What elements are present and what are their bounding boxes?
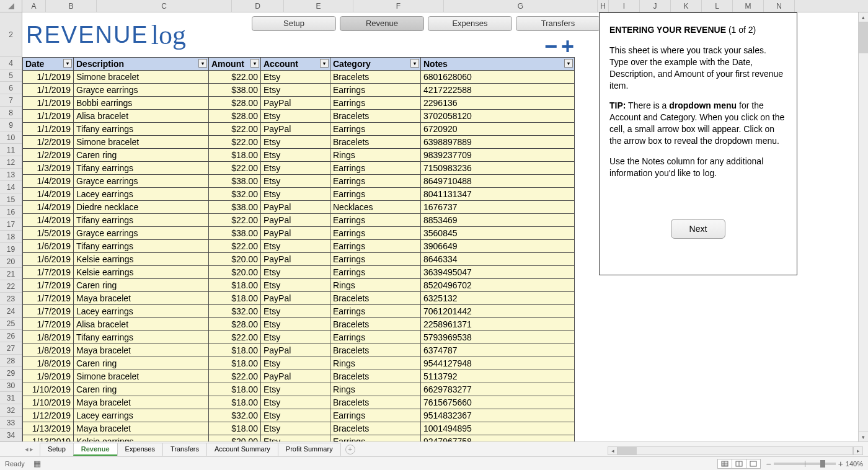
cell[interactable]: Etsy [261, 149, 330, 162]
cell[interactable]: $32.00 [209, 305, 261, 318]
scroll-down-button[interactable]: ▾ [859, 432, 868, 441]
cell[interactable]: Bracelets [330, 292, 421, 305]
col-header-J[interactable]: J [640, 0, 671, 12]
cell[interactable]: Bracelets [330, 396, 421, 409]
cell[interactable]: $18.00 [209, 383, 261, 396]
cell[interactable]: 6629783277 [421, 383, 575, 396]
vertical-scrollbar[interactable]: ▴ ▾ [858, 12, 868, 441]
cell[interactable]: 3560845 [421, 227, 575, 240]
cell[interactable]: 3639495047 [421, 266, 575, 279]
cell[interactable]: 6398897889 [421, 136, 575, 149]
nav-button-revenue[interactable]: Revenue [340, 16, 424, 31]
cell[interactable]: Etsy [261, 357, 330, 370]
cell[interactable]: PayPal [261, 123, 330, 136]
cell[interactable]: $22.00 [209, 331, 261, 344]
row-header-22[interactable]: 22 [0, 280, 22, 293]
cell[interactable]: 1/5/2019 [23, 227, 74, 240]
cell[interactable]: 1/1/2019 [23, 71, 74, 84]
sheet-tab-transfers[interactable]: Transfers [162, 443, 207, 456]
cell[interactable]: Earrings [330, 331, 421, 344]
remove-row-button[interactable]: − [544, 37, 557, 56]
cell[interactable]: Bracelets [330, 71, 421, 84]
normal-view-button[interactable] [717, 459, 732, 469]
cell[interactable]: 1/6/2019 [23, 253, 74, 266]
cell[interactable]: Etsy [261, 71, 330, 84]
row-header-27[interactable]: 27 [0, 342, 22, 355]
cell[interactable]: 1/7/2019 [23, 266, 74, 279]
cell[interactable]: 1/8/2019 [23, 344, 74, 357]
row-header-18[interactable]: 18 [0, 231, 22, 243]
row-header-5[interactable]: 5 [0, 69, 22, 82]
cell[interactable]: Earrings [330, 84, 421, 97]
zoom-in-button[interactable]: + [838, 459, 843, 469]
cell[interactable]: 2296136 [421, 97, 575, 110]
row-header-10[interactable]: 10 [0, 131, 22, 144]
cell[interactable]: PayPal [261, 253, 330, 266]
cell[interactable]: $38.00 [209, 84, 261, 97]
col-header-D[interactable]: D [232, 0, 284, 12]
cell[interactable]: Earrings [330, 162, 421, 175]
cell[interactable]: Earrings [330, 214, 421, 227]
cell[interactable]: 1/7/2019 [23, 279, 74, 292]
cell[interactable]: 7150983236 [421, 162, 575, 175]
cell[interactable]: 8041131347 [421, 188, 575, 201]
cell[interactable]: Maya bracelet [74, 292, 209, 305]
cell[interactable]: $38.00 [209, 175, 261, 188]
cell[interactable]: $22.00 [209, 370, 261, 383]
row-header-33[interactable]: 33 [0, 417, 22, 429]
cell[interactable]: 1676737 [421, 201, 575, 214]
cell[interactable]: 1/1/2019 [23, 110, 74, 123]
cell[interactable]: Earrings [330, 188, 421, 201]
cell[interactable]: 1/13/2019 [23, 422, 74, 435]
row-header-19[interactable]: 19 [0, 243, 22, 255]
sheet-tab-profit-summary[interactable]: Profit Summary [278, 443, 341, 456]
col-header-G[interactable]: G [444, 0, 598, 12]
zoom-slider[interactable] [774, 463, 836, 465]
cell[interactable]: Rings [330, 149, 421, 162]
cell[interactable]: 7061201442 [421, 305, 575, 318]
cell[interactable]: 1/4/2019 [23, 214, 74, 227]
cell[interactable]: 1/4/2019 [23, 201, 74, 214]
cell[interactable]: Etsy [261, 279, 330, 292]
col-header-C[interactable]: C [97, 0, 232, 12]
col-header-F[interactable]: F [353, 0, 444, 12]
cell[interactable]: $20.00 [209, 435, 261, 442]
cell[interactable]: Kelsie earrings [74, 266, 209, 279]
add-row-button[interactable]: + [561, 37, 574, 56]
cell[interactable]: Bracelets [330, 422, 421, 435]
scroll-up-button[interactable]: ▴ [859, 12, 868, 22]
col-header-notes[interactable]: Notes▾ [421, 58, 575, 71]
cell[interactable]: 1/3/2019 [23, 162, 74, 175]
page-layout-view-button[interactable] [732, 459, 746, 469]
cell[interactable]: 1/12/2019 [23, 409, 74, 422]
row-header-16[interactable]: 16 [0, 206, 22, 218]
cell[interactable]: 1/7/2019 [23, 318, 74, 331]
sheet-tab-expenses[interactable]: Expenses [117, 443, 163, 456]
cell[interactable]: PayPal [261, 292, 330, 305]
col-header-date[interactable]: Date▾ [23, 58, 74, 71]
cell[interactable]: Caren ring [74, 149, 209, 162]
tab-nav-arrows[interactable]: ◂▸ [25, 445, 33, 453]
cell[interactable]: PayPal [261, 201, 330, 214]
cell[interactable]: Tifany earrings [74, 214, 209, 227]
col-header-B[interactable]: B [46, 0, 97, 12]
cell[interactable]: 1/10/2019 [23, 396, 74, 409]
row-header-29[interactable]: 29 [0, 367, 22, 379]
cell[interactable]: $38.00 [209, 227, 261, 240]
nav-button-setup[interactable]: Setup [252, 16, 336, 31]
cell[interactable]: Bracelets [330, 318, 421, 331]
cell[interactable]: Earrings [330, 240, 421, 253]
cell[interactable]: Earrings [330, 97, 421, 110]
row-header-26[interactable]: 26 [0, 330, 22, 342]
cell[interactable]: Etsy [261, 188, 330, 201]
cell[interactable]: Simone bracelet [74, 71, 209, 84]
cell[interactable]: Etsy [261, 331, 330, 344]
cell[interactable]: 6720920 [421, 123, 575, 136]
cell[interactable]: $18.00 [209, 344, 261, 357]
col-header-A[interactable]: A [22, 0, 46, 12]
row-header-12[interactable]: 12 [0, 156, 22, 169]
cell[interactable]: Rings [330, 383, 421, 396]
cell[interactable]: Etsy [261, 396, 330, 409]
cell[interactable]: Simone bracelet [74, 370, 209, 383]
cell[interactable]: Maya bracelet [74, 396, 209, 409]
